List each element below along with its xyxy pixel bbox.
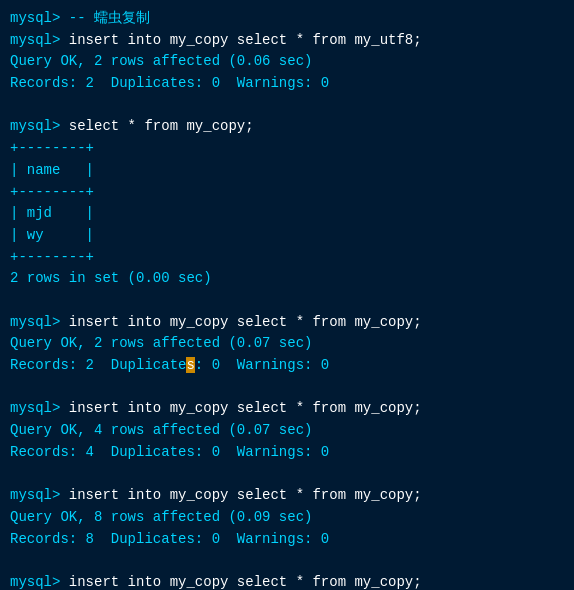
line-10: Query OK, 4 rows affected (0.07 sec)	[10, 420, 564, 442]
line-4: Records: 2 Duplicates: 0 Warnings: 0	[10, 73, 564, 95]
table-header: | name |	[10, 160, 564, 182]
line-14: Records: 8 Duplicates: 0 Warnings: 0	[10, 529, 564, 551]
line-rowcount: 2 rows in set (0.00 sec)	[10, 268, 564, 290]
line-5: mysql> select * from my_copy;	[10, 116, 564, 138]
terminal-container: mysql> -- 蠕虫复制 mysql> insert into my_cop…	[10, 8, 564, 590]
blank-4	[10, 463, 564, 485]
highlight-s: s	[186, 357, 194, 373]
line-13: Query OK, 8 rows affected (0.09 sec)	[10, 507, 564, 529]
line-2: mysql> insert into my_copy select * from…	[10, 30, 564, 52]
table-top-border: +--------+	[10, 138, 564, 160]
line-9: mysql> insert into my_copy select * from…	[10, 398, 564, 420]
table-row-wy: | wy |	[10, 225, 564, 247]
line-3: Query OK, 2 rows affected (0.06 sec)	[10, 51, 564, 73]
line-8: Records: 2 Duplicates: 0 Warnings: 0	[10, 355, 564, 377]
table-bot-border: +--------+	[10, 247, 564, 269]
line-1: mysql> -- 蠕虫复制	[10, 8, 564, 30]
line-11: Records: 4 Duplicates: 0 Warnings: 0	[10, 442, 564, 464]
blank-5	[10, 550, 564, 572]
line-15: mysql> insert into my_copy select * from…	[10, 572, 564, 590]
table-row-mjd: | mjd |	[10, 203, 564, 225]
blank-3	[10, 377, 564, 399]
line-6: mysql> insert into my_copy select * from…	[10, 312, 564, 334]
blank-1	[10, 95, 564, 117]
table-mid-border: +--------+	[10, 182, 564, 204]
line-12: mysql> insert into my_copy select * from…	[10, 485, 564, 507]
blank-2	[10, 290, 564, 312]
line-7: Query OK, 2 rows affected (0.07 sec)	[10, 333, 564, 355]
